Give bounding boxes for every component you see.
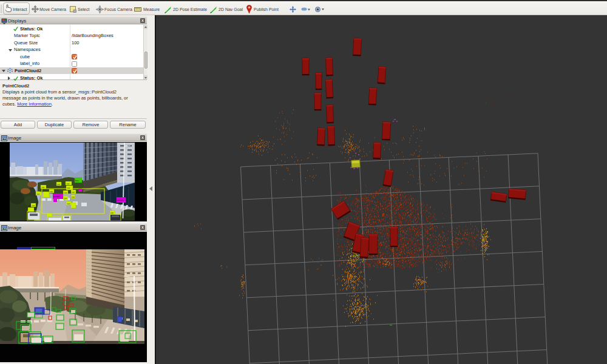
svg-text:car: car [67, 203, 71, 205]
svg-text:car: car [50, 190, 53, 193]
svg-text:person: person [53, 195, 59, 198]
svg-text:person: person [117, 199, 123, 201]
svg-text:car: car [67, 187, 71, 189]
svg-text:car: car [64, 197, 68, 200]
svg-text:car: car [72, 191, 75, 194]
svg-text:car: car [72, 196, 75, 198]
svg-text:car: car [57, 183, 61, 186]
svg-text:bus: bus [75, 180, 79, 182]
svg-text:car: car [37, 193, 41, 195]
svg-text:car: car [64, 192, 68, 194]
svg-text:car: car [32, 204, 36, 207]
svg-text:car: car [42, 186, 46, 189]
svg-text:car: car [110, 212, 114, 214]
svg-text:6: 6 [63, 303, 64, 306]
svg-text:car: car [67, 183, 70, 185]
